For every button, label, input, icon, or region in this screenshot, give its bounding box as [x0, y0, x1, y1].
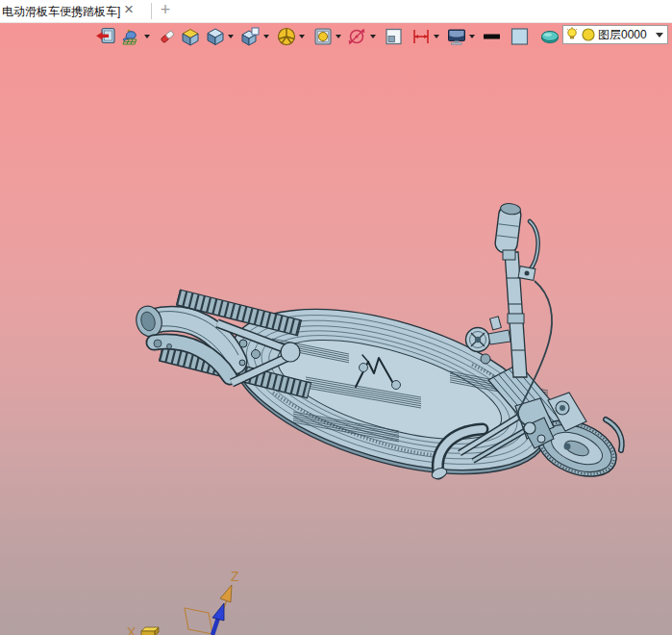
axis-triad: Z X Y: [127, 569, 239, 635]
z-axis-arrowhead: [220, 585, 232, 602]
x-axis-label: X: [127, 624, 137, 635]
handlebar-grip: [494, 202, 522, 260]
cad-application-window: 电动滑板车便携踏板车] × +: [0, 0, 672, 635]
y-axis-arrowhead: [212, 603, 224, 621]
document-tab-title[interactable]: 电动滑板车便携踏板车]: [2, 4, 120, 20]
tab-close-icon[interactable]: ×: [121, 0, 137, 19]
z-axis-label: Z: [231, 569, 239, 584]
document-tabbar: 电动滑板车便携踏板车] × +: [0, 0, 672, 23]
brake-lever: [518, 221, 538, 280]
new-tab-button[interactable]: +: [157, 0, 174, 20]
scooter-3d-model[interactable]: Z X Y: [0, 23, 672, 635]
tab-separator: [151, 3, 152, 19]
model-viewport[interactable]: 图层0000: [0, 23, 672, 635]
